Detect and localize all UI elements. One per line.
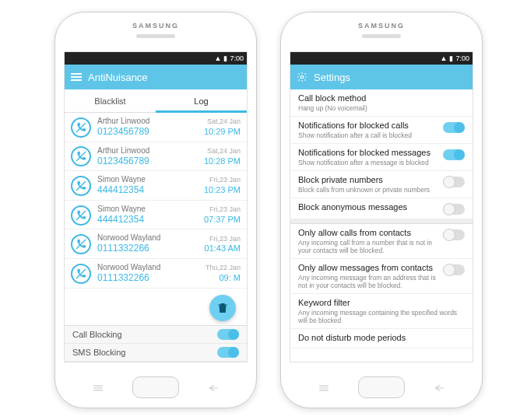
delete-button[interactable] — [209, 295, 236, 321]
log-number: 0123456789 — [97, 126, 204, 138]
log-meta: Sat,24 Jan10:29 PM — [204, 117, 241, 137]
sms-blocking-row: SMS Blocking — [65, 344, 247, 362]
menu-softkey-icon[interactable] — [318, 384, 329, 392]
sms-blocking-toggle[interactable] — [217, 347, 239, 358]
battery-icon: ▮ — [223, 55, 227, 62]
setting-row[interactable]: Only allow calls from contactsAny incomi… — [290, 224, 473, 259]
log-number: 0123456789 — [97, 156, 204, 168]
call-blocking-row: Call Blocking — [65, 326, 247, 344]
speaker — [362, 34, 401, 38]
setting-row[interactable]: Block anonymous messages — [290, 198, 473, 219]
log-row[interactable]: Norwood Wayland0111332266Fri,23 Jan01:43… — [65, 229, 247, 259]
blocked-call-icon — [71, 176, 91, 196]
back-softkey-icon[interactable] — [434, 384, 445, 392]
screen-left: ▲ ▮ 7:00 AntiNuisance Blacklist Log Arth… — [64, 51, 248, 362]
setting-text: Block private numbersBlock calls from un… — [298, 175, 438, 194]
log-date: Sat,24 Jan — [204, 117, 241, 126]
log-number: 444412354 — [97, 214, 204, 226]
log-row[interactable]: Arthur Linwood0123456789Sat,24 Jan10:28 … — [65, 142, 247, 172]
setting-row[interactable]: Notifications for blocked messagesShow n… — [290, 144, 473, 171]
setting-text: Block anonymous messages — [298, 202, 438, 213]
battery-icon: ▮ — [449, 55, 453, 62]
log-row[interactable]: Simon Wayne444412354Fri,23 Jan10:23 PM — [65, 171, 247, 201]
log-time: 09: M — [206, 272, 241, 283]
bottom-panel: Call Blocking SMS Blocking — [65, 325, 247, 362]
setting-subtitle: Any incoming message from an address tha… — [298, 274, 438, 289]
signal-icon: ▲ — [441, 55, 448, 62]
setting-title: Do not disturb mode periods — [298, 333, 465, 344]
setting-title: Block anonymous messages — [298, 202, 438, 213]
log-date: Fri,23 Jan — [205, 235, 241, 243]
home-button[interactable] — [358, 376, 405, 398]
settings-title: Settings — [314, 72, 350, 83]
setting-toggle[interactable] — [443, 264, 465, 275]
log-meta: Fri,23 Jan10:23 PM — [204, 176, 241, 195]
setting-row[interactable]: Block private numbersBlock calls from un… — [290, 171, 473, 198]
log-meta: Fri,23 Jan07:37 PM — [204, 205, 241, 225]
setting-row[interactable]: Notifications for blocked callsShow noti… — [290, 117, 473, 144]
log-number: 444412354 — [97, 184, 204, 197]
log-time: 10:29 PM — [204, 126, 241, 137]
setting-toggle[interactable] — [443, 204, 465, 215]
setting-toggle[interactable] — [443, 229, 465, 240]
log-name: Arthur Linwood — [97, 146, 204, 156]
setting-title: Keyword filter — [298, 298, 465, 309]
app-title: AntiNuisance — [88, 72, 148, 83]
blocked-call-icon — [71, 117, 91, 138]
log-time: 10:28 PM — [204, 156, 241, 166]
setting-text: Only allow calls from contactsAny incomi… — [298, 228, 438, 254]
log-text: Arthur Linwood0123456789 — [97, 146, 204, 168]
phone-left: SAMSUNG ▲ ▮ 7:00 AntiNuisance Blacklist … — [54, 12, 257, 408]
blocked-call-icon — [71, 205, 91, 226]
log-date: Sat,24 Jan — [204, 147, 241, 156]
setting-toggle[interactable] — [443, 149, 465, 160]
log-date: Fri,23 Jan — [204, 205, 241, 214]
setting-subtitle: Any incoming call from a number that is … — [298, 239, 438, 254]
log-list[interactable]: Arthur Linwood0123456789Sat,24 Jan10:29 … — [65, 113, 247, 289]
log-row[interactable]: Norwood Wayland0111332266Thu,22 Jan09: M — [65, 259, 247, 289]
log-row[interactable]: Simon Wayne444412354Fri,23 Jan07:37 PM — [65, 201, 247, 230]
menu-softkey-icon[interactable] — [93, 384, 104, 392]
setting-text: Notifications for blocked messagesShow n… — [298, 148, 438, 166]
tab-blacklist[interactable]: Blacklist — [65, 89, 156, 112]
call-blocking-toggle[interactable] — [217, 329, 239, 340]
settings-list[interactable]: Call block methodHang up (No voicemail)N… — [290, 89, 473, 348]
back-softkey-icon[interactable] — [208, 384, 219, 392]
log-name: Simon Wayne — [97, 205, 204, 214]
trash-icon — [216, 301, 230, 315]
app-bar-settings: Settings — [290, 65, 473, 89]
setting-row[interactable]: Keyword filterAny incoming message conta… — [290, 294, 473, 329]
setting-text: Call block methodHang up (No voicemail) — [298, 93, 465, 112]
hamburger-icon[interactable] — [71, 73, 82, 81]
log-time: 01:43 AM — [205, 243, 241, 254]
setting-row[interactable]: Call block methodHang up (No voicemail) — [290, 89, 473, 117]
log-text: Norwood Wayland0111332266 — [97, 233, 205, 255]
setting-title: Notifications for blocked calls — [298, 121, 438, 131]
log-number: 0111332266 — [97, 243, 205, 255]
setting-row[interactable]: Only allow messages from contactsAny inc… — [290, 259, 473, 294]
status-bar: ▲ ▮ 7:00 — [290, 52, 473, 65]
device-brand: SAMSUNG — [55, 12, 256, 30]
tab-log[interactable]: Log — [156, 89, 247, 112]
blocked-call-icon — [71, 234, 91, 254]
setting-title: Call block method — [298, 93, 465, 104]
status-time: 7:00 — [230, 55, 244, 62]
log-date: Thu,22 Jan — [206, 264, 241, 272]
log-time: 07:37 PM — [204, 214, 241, 225]
log-text: Simon Wayne444412354 — [97, 175, 204, 197]
setting-toggle[interactable] — [443, 122, 465, 133]
call-blocking-label: Call Blocking — [72, 330, 122, 339]
status-bar: ▲ ▮ 7:00 — [65, 52, 247, 65]
gear-icon[interactable] — [297, 72, 307, 82]
log-row[interactable]: Arthur Linwood0123456789Sat,24 Jan10:29 … — [65, 113, 247, 142]
setting-row[interactable]: Do not disturb mode periods — [290, 329, 473, 348]
blocked-call-icon — [71, 146, 91, 166]
speaker — [136, 34, 175, 38]
setting-toggle[interactable] — [443, 177, 465, 187]
home-button[interactable] — [132, 376, 179, 398]
setting-text: Only allow messages from contactsAny inc… — [298, 263, 438, 289]
setting-subtitle: Show notification after a message is blo… — [298, 159, 438, 166]
setting-text: Notifications for blocked callsShow noti… — [298, 121, 438, 139]
screen-right: ▲ ▮ 7:00 Settings Call block methodHang … — [290, 51, 473, 362]
log-date: Fri,23 Jan — [204, 176, 241, 184]
